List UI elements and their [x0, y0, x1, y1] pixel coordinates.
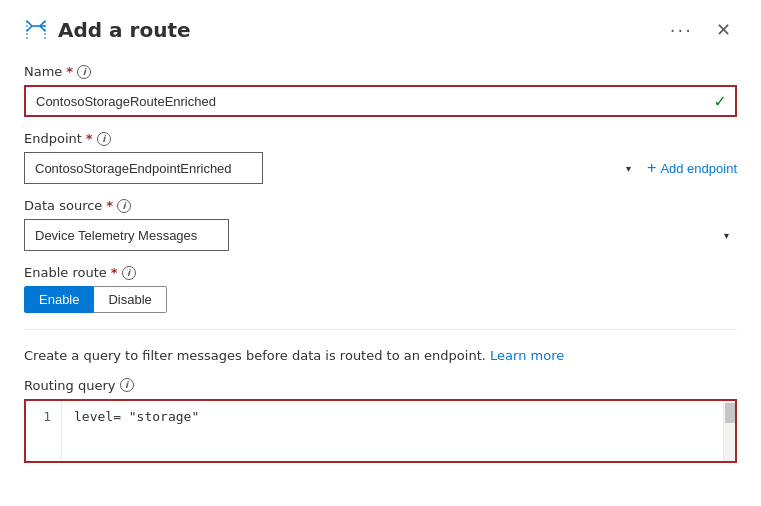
data-source-field-group: Data source * i Device Telemetry Message…	[24, 198, 737, 251]
endpoint-label-text: Endpoint	[24, 131, 82, 146]
name-info-icon[interactable]: i	[77, 65, 91, 79]
scrollbar-thumb	[725, 403, 735, 423]
scrollbar[interactable]	[723, 401, 735, 461]
endpoint-info-icon[interactable]: i	[97, 132, 111, 146]
enable-button[interactable]: Enable	[24, 286, 94, 313]
name-input-wrapper: ✓	[24, 85, 737, 117]
route-icon	[24, 18, 48, 42]
name-field-group: Name * i ✓	[24, 64, 737, 117]
endpoint-field-group: Endpoint * i ContosoStorageEndpointEnric…	[24, 131, 737, 184]
endpoint-required: *	[86, 131, 93, 146]
routing-query-info-icon[interactable]: i	[120, 378, 134, 392]
name-label-text: Name	[24, 64, 62, 79]
enable-route-label: Enable route * i	[24, 265, 737, 280]
query-editor-inner: 1 level= "storage"	[26, 401, 735, 461]
panel-title: Add a route	[58, 18, 670, 42]
enable-route-toggle-group: Enable Disable	[24, 286, 737, 313]
line-number: 1	[26, 401, 62, 461]
routing-query-group: Routing query i 1 level= "storage"	[24, 378, 737, 463]
enable-route-field-group: Enable route * i Enable Disable	[24, 265, 737, 313]
routing-query-editor[interactable]: 1 level= "storage"	[24, 399, 737, 463]
add-route-panel: Add a route ··· ✕ Name * i ✓ Endpoint * …	[0, 0, 761, 506]
data-source-label-text: Data source	[24, 198, 102, 213]
divider	[24, 329, 737, 330]
query-text[interactable]: level= "storage"	[62, 401, 735, 461]
name-input[interactable]	[24, 85, 737, 117]
enable-route-label-text: Enable route	[24, 265, 107, 280]
panel-header: Add a route ··· ✕	[24, 16, 737, 44]
add-endpoint-button[interactable]: + Add endpoint	[647, 159, 737, 177]
data-source-select-container: Device Telemetry Messages Device Lifecyc…	[24, 219, 737, 251]
enable-route-info-icon[interactable]: i	[122, 266, 136, 280]
routing-query-label: Routing query i	[24, 378, 737, 393]
more-options-icon[interactable]: ···	[670, 20, 693, 41]
data-source-chevron-icon: ▾	[724, 230, 729, 241]
endpoint-select-container: ContosoStorageEndpointEnriched ▾	[24, 152, 639, 184]
endpoint-chevron-icon: ▾	[626, 163, 631, 174]
routing-query-label-text: Routing query	[24, 378, 116, 393]
data-source-required: *	[106, 198, 113, 213]
plus-icon: +	[647, 159, 656, 177]
close-icon: ✕	[716, 19, 731, 41]
endpoint-select-wrapper: ContosoStorageEndpointEnriched ▾ + Add e…	[24, 152, 737, 184]
learn-more-link[interactable]: Learn more	[490, 348, 564, 363]
endpoint-label: Endpoint * i	[24, 131, 737, 146]
endpoint-select[interactable]: ContosoStorageEndpointEnriched	[24, 152, 263, 184]
name-check-icon: ✓	[714, 92, 727, 111]
name-label: Name * i	[24, 64, 737, 79]
add-endpoint-label: Add endpoint	[660, 161, 737, 176]
close-button[interactable]: ✕	[709, 16, 737, 44]
data-source-select[interactable]: Device Telemetry Messages Device Lifecyc…	[24, 219, 229, 251]
data-source-info-icon[interactable]: i	[117, 199, 131, 213]
name-required: *	[66, 64, 73, 79]
data-source-label: Data source * i	[24, 198, 737, 213]
enable-route-required: *	[111, 265, 118, 280]
info-text: Create a query to filter messages before…	[24, 346, 737, 366]
disable-button[interactable]: Disable	[94, 286, 166, 313]
